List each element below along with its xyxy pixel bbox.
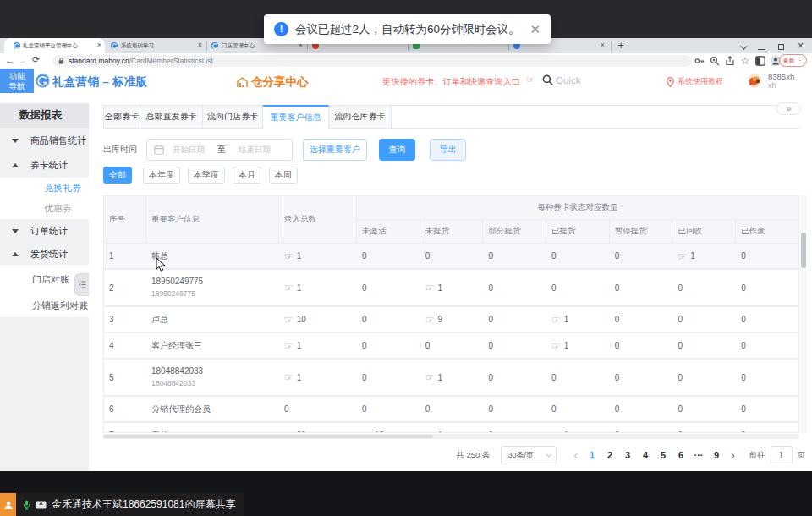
end-date-input[interactable]: 结束日期 bbox=[239, 145, 271, 156]
table-row[interactable]: 7唐总☞20☞18☞10☞1000 bbox=[104, 423, 798, 433]
user-subname: xh bbox=[768, 81, 776, 90]
browser-menu-icon[interactable]: ⋮ bbox=[797, 57, 804, 64]
page-number-button[interactable]: 5 bbox=[655, 450, 672, 460]
range-chip[interactable]: 全部 bbox=[103, 167, 132, 184]
cell-index: 6 bbox=[104, 397, 146, 422]
page-number-button[interactable]: 2 bbox=[601, 450, 619, 460]
app-header: 功能导航 礼盒营销 – 标准版 仓分享中心 更快捷的券卡、订单和快递查询入口 ☞… bbox=[0, 69, 812, 93]
chrome-update-button[interactable]: 更新⋮ bbox=[779, 54, 807, 67]
reload-icon[interactable]: ⟳ bbox=[32, 54, 40, 65]
tutorial-link[interactable]: 系统使用教程 bbox=[667, 76, 723, 87]
browser-tab[interactable]: 礼盒营销平台管理中心× bbox=[4, 38, 105, 53]
key-icon[interactable] bbox=[692, 56, 707, 66]
content-tab[interactable]: 全部券卡 bbox=[103, 105, 140, 129]
content-tab[interactable]: 重要客户信息 bbox=[263, 105, 329, 129]
share-icon[interactable] bbox=[722, 56, 738, 66]
table-row[interactable]: 51804884203318048842033☞10☞100000 bbox=[104, 360, 798, 397]
lock-icon bbox=[58, 58, 64, 64]
sidebar-item[interactable]: 商品销售统计 bbox=[0, 128, 89, 153]
next-page-button[interactable]: › bbox=[726, 448, 741, 462]
page-size-select[interactable]: 30条/页 bbox=[501, 446, 557, 464]
screen-share-widget[interactable]: 金禾通技术王斌18662591081的屏幕共享 bbox=[0, 493, 244, 516]
tab-separator bbox=[206, 41, 207, 50]
cell-value: 0 bbox=[678, 283, 683, 293]
quick-search-label[interactable]: Quick bbox=[556, 75, 580, 85]
table-row[interactable]: 1韩总☞100000☞10 bbox=[104, 244, 798, 270]
cell-value: 0 bbox=[362, 251, 367, 261]
nav-toggle-button[interactable]: 功能导航 bbox=[0, 69, 34, 93]
table-row[interactable]: 3卢总☞100☞90☞1000 bbox=[104, 307, 798, 333]
cell-value: 0 bbox=[362, 404, 367, 414]
sidebar-item[interactable]: 优惠券 bbox=[0, 198, 89, 219]
content-tab[interactable]: 总部直发券卡 bbox=[140, 105, 203, 129]
restore-button[interactable] bbox=[771, 38, 791, 53]
content-tab[interactable]: 流向仓库券卡 bbox=[329, 105, 392, 129]
goto-page-input[interactable]: 1 bbox=[771, 446, 793, 464]
range-chip[interactable]: 本月 bbox=[233, 167, 261, 184]
tabs-expand-button[interactable]: » bbox=[776, 102, 801, 115]
export-button[interactable]: 导出 bbox=[430, 139, 466, 161]
tab-close-icon[interactable]: × bbox=[601, 41, 605, 49]
bookmark-star-icon[interactable]: ☆ bbox=[738, 55, 753, 67]
column-header-total: 录入总数 bbox=[279, 196, 357, 244]
share-center-link[interactable]: 仓分享中心 bbox=[237, 74, 309, 90]
window-close-button[interactable]: × bbox=[791, 40, 810, 52]
table-row[interactable]: 21895024977518950249775☞10☞100000 bbox=[104, 270, 798, 307]
cell-value: 0 bbox=[488, 373, 493, 382]
start-date-input[interactable]: 开始日期 bbox=[173, 145, 205, 156]
range-chip[interactable]: 本周 bbox=[269, 167, 298, 184]
side-panel-icon[interactable] bbox=[753, 56, 768, 66]
quick-entry-link[interactable]: 更快捷的券卡、订单和快递查询入口 bbox=[382, 76, 520, 88]
content-tab[interactable]: 流向门店券卡 bbox=[203, 105, 263, 129]
toast-close-icon[interactable]: ✕ bbox=[529, 22, 540, 37]
page-number-button[interactable]: 1 bbox=[584, 450, 601, 460]
tab-close-icon[interactable]: × bbox=[97, 41, 102, 49]
forward-icon[interactable]: → bbox=[18, 55, 27, 65]
new-tab-button[interactable]: + bbox=[614, 39, 628, 52]
table-vertical-scrollbar[interactable] bbox=[800, 195, 807, 433]
cell-status: 0 bbox=[736, 333, 799, 359]
table-row[interactable]: 6分销代理的会员00000000 bbox=[104, 397, 798, 423]
cell-value: 0 bbox=[425, 251, 431, 261]
date-range-input[interactable]: 开始日期 至 结束日期 bbox=[146, 139, 293, 161]
zoom-icon[interactable] bbox=[707, 56, 722, 66]
sidebar-item[interactable]: 发货统计 bbox=[0, 243, 89, 265]
back-icon[interactable]: ← bbox=[5, 55, 14, 65]
pointing-hand-icon: ☞ bbox=[362, 430, 371, 434]
toast-message: 会议已超过2人，自动转为60分钟限时会议。 bbox=[295, 22, 524, 37]
sidebar-item[interactable]: 券卡统计 bbox=[0, 153, 89, 178]
sidebar-item[interactable]: 兑换礼券 bbox=[0, 178, 89, 198]
cell-value: 0 bbox=[741, 251, 746, 261]
microphone-icon bbox=[23, 500, 30, 510]
cell-index: 1 bbox=[104, 244, 146, 269]
cell-value: 0 bbox=[678, 431, 683, 433]
address-bar[interactable]: standard.maboy.cn/CardMemberStatisticsLi… bbox=[52, 55, 692, 68]
minimize-button[interactable] bbox=[752, 38, 771, 53]
table-horizontal-scrollbar[interactable] bbox=[103, 434, 799, 439]
table-row[interactable]: 4客户经理张三☞1000☞1000 bbox=[104, 333, 798, 360]
prev-page-button[interactable]: ‹ bbox=[568, 448, 584, 462]
page-number-button[interactable]: 3 bbox=[619, 450, 637, 460]
sidebar-item[interactable]: 订单统计 bbox=[0, 219, 89, 243]
page-number-button[interactable]: 9 bbox=[708, 450, 726, 460]
page-number-button[interactable]: 6 bbox=[672, 450, 690, 460]
tab-search-icon[interactable] bbox=[732, 38, 752, 53]
cell-value: 0 bbox=[362, 315, 367, 324]
user-avatar[interactable] bbox=[748, 74, 762, 88]
cell-value: 0 bbox=[362, 373, 367, 382]
sidebar-collapse-handle[interactable] bbox=[74, 273, 89, 296]
select-customer-button[interactable]: 选择重要客户 bbox=[303, 139, 367, 161]
cell-status: 0 bbox=[610, 423, 673, 433]
tab-close-icon[interactable]: × bbox=[198, 41, 202, 49]
cell-status: 0 bbox=[610, 307, 673, 332]
query-button[interactable]: 查询 bbox=[379, 139, 415, 161]
user-name: 8385xh bbox=[768, 72, 794, 81]
search-icon[interactable] bbox=[542, 74, 553, 85]
range-chip[interactable]: 本季度 bbox=[188, 167, 225, 184]
cell-status: 0 bbox=[610, 397, 673, 422]
browser-tab[interactable]: 系统培训学习× bbox=[107, 38, 206, 53]
sidebar-item-label: 门店对账 bbox=[32, 273, 69, 286]
page-number-button[interactable]: 4 bbox=[637, 450, 655, 460]
sidebar-item[interactable]: 分销返利对账 bbox=[0, 294, 89, 317]
range-chip[interactable]: 本年度 bbox=[143, 167, 180, 184]
